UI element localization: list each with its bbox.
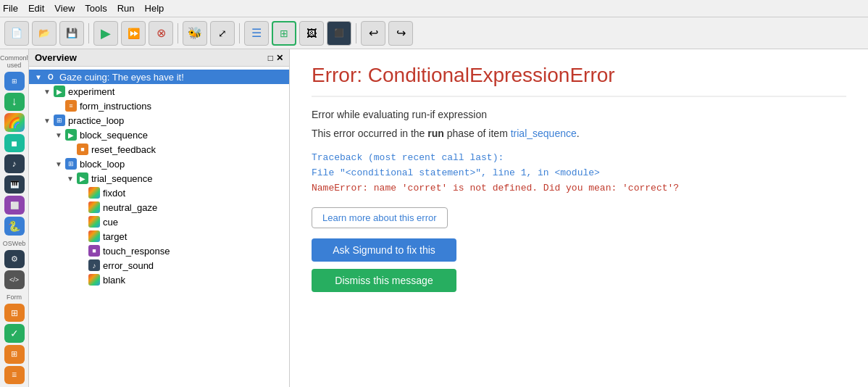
overview-tree: ▼ O Gaze cuing: The eyes have it! ▼ ▶ ex…: [29, 67, 289, 387]
error-phase: This error occurred in the run phase of …: [312, 128, 846, 139]
tree-item-cue[interactable]: cue: [29, 215, 289, 229]
image-view-button[interactable]: 🖼: [299, 21, 324, 46]
fullscreen-button[interactable]: ⤢: [210, 21, 235, 46]
form-icon-sidebar[interactable]: ⊞: [4, 304, 25, 322]
tree-label-practice-loop: practice_loop: [68, 115, 124, 126]
menu-run[interactable]: Run: [117, 3, 135, 14]
loop-sidebar-icon[interactable]: ⊞: [4, 72, 25, 91]
menu-view[interactable]: View: [54, 3, 75, 14]
tree-item-fixdot[interactable]: fixdot: [29, 186, 289, 200]
gradient-sidebar-icon[interactable]: ■: [4, 134, 25, 153]
abort-button[interactable]: ⊗: [149, 21, 173, 46]
python-sidebar-icon[interactable]: 🐍: [4, 217, 25, 236]
tree-item-blank[interactable]: blank: [29, 272, 289, 287]
error-phase-suffix: phase of item: [444, 128, 511, 139]
grid-view-button[interactable]: ⊞: [272, 21, 296, 46]
error-phase-bold: run: [427, 128, 444, 139]
web-sidebar-icon[interactable]: ⚙: [4, 250, 25, 269]
toggle-practice-loop[interactable]: ▼: [43, 117, 52, 125]
commonly-used-label: Commonly used: [0, 54, 28, 69]
code-sidebar-icon[interactable]: </>: [4, 270, 25, 289]
tree-item-block-sequence[interactable]: ▼ ▶ block_sequence: [29, 128, 289, 142]
device-sidebar-icon[interactable]: ⬜: [4, 196, 25, 215]
toggle-root[interactable]: ▼: [35, 73, 43, 81]
osweb-label: OSWeb: [0, 240, 28, 247]
icon-sidebar: Commonly used ⊞ ↓ 🌈 ■ ♪ 🎹 ⬜ 🐍 OSWeb ⚙ </…: [0, 49, 29, 387]
tree-label-reset-feedback: reset_feedback: [91, 144, 156, 155]
tree-item-root[interactable]: ▼ O Gaze cuing: The eyes have it!: [29, 70, 289, 84]
main-layout: Commonly used ⊞ ↓ 🌈 ■ ♪ 🎹 ⬜ 🐍 OSWeb ⚙ </…: [0, 49, 868, 387]
tree-label-block-loop: block_loop: [80, 159, 125, 170]
music-sidebar-icon[interactable]: ♪: [4, 154, 25, 173]
overview-header: Overview □ ✕: [29, 49, 289, 67]
traceback-header: Traceback (most recent call last):: [312, 151, 846, 166]
blank-icon: [88, 274, 100, 286]
tree-label-touch-response: touch_response: [103, 246, 170, 257]
tree-label-block-sequence: block_sequence: [80, 130, 148, 141]
form2-sidebar-icon[interactable]: ⊞: [4, 345, 25, 364]
menu-file[interactable]: File: [3, 3, 18, 14]
toggle-block-sequence[interactable]: ▼: [55, 131, 64, 139]
toolbar-separator-3: [239, 23, 240, 43]
run-button[interactable]: ▶: [93, 21, 118, 46]
toolbar: 📄 📂 💾 ▶ ⏩ ⊗ 🐝 ⤢ ☰ ⊞ 🖼 ⬛ ↩ ↪: [0, 17, 868, 49]
error-title: Error: ConditionalExpressionError: [312, 64, 846, 97]
run-fast-button[interactable]: ⏩: [121, 21, 146, 46]
download-sidebar-icon[interactable]: ↓: [4, 93, 25, 112]
tree-label-form-instructions: form_instructions: [80, 101, 151, 112]
tree-item-error-sound[interactable]: ♪ error_sound: [29, 258, 289, 272]
tree-item-trial-sequence[interactable]: ▼ ▶ trial_sequence: [29, 171, 289, 186]
content-area: Error: ConditionalExpressionError Error …: [290, 49, 868, 387]
rainbow-sidebar-icon[interactable]: 🌈: [4, 113, 25, 132]
tree-item-practice-loop[interactable]: ▼ ⊞ practice_loop: [29, 113, 289, 128]
toggle-trial-sequence[interactable]: ▼: [67, 175, 75, 183]
toggle-reset-feedback: [67, 146, 75, 154]
close-overview-icon[interactable]: ✕: [276, 53, 283, 63]
save-button[interactable]: 💾: [59, 21, 84, 46]
tree-item-touch-response[interactable]: ■ touch_response: [29, 244, 289, 258]
terminal-button[interactable]: ⬛: [327, 21, 351, 46]
menu-tools[interactable]: Tools: [85, 3, 107, 14]
menu-help[interactable]: Help: [145, 3, 164, 14]
toggle-block-loop[interactable]: ▼: [55, 160, 64, 168]
tree-label-cue: cue: [103, 217, 118, 228]
target-icon: [88, 230, 100, 242]
tree-item-experiment[interactable]: ▼ ▶ experiment: [29, 84, 289, 99]
open-button[interactable]: 📂: [32, 21, 57, 46]
minimize-icon[interactable]: □: [268, 53, 273, 63]
piano-sidebar-icon[interactable]: 🎹: [4, 175, 25, 194]
trial-sequence-link[interactable]: trial_sequence: [511, 128, 577, 139]
tree-item-reset-feedback[interactable]: ■ reset_feedback: [29, 142, 289, 157]
trial-sequence-icon: ▶: [77, 172, 88, 184]
tree-label-neutral-gaze: neutral_gaze: [103, 202, 157, 213]
list-view-button[interactable]: ☰: [244, 21, 269, 46]
menu-edit[interactable]: Edit: [28, 3, 44, 14]
practice-loop-icon: ⊞: [54, 115, 65, 126]
ask-sigmund-button[interactable]: Ask Sigmund to fix this: [312, 238, 456, 262]
opensesame-button[interactable]: 🐝: [183, 21, 207, 46]
new-button[interactable]: 📄: [4, 21, 29, 46]
redo-button[interactable]: ↪: [388, 21, 413, 46]
experiment-icon: ▶: [54, 86, 65, 97]
overview-title: Overview: [35, 52, 77, 63]
tree-item-target[interactable]: target: [29, 229, 289, 244]
toggle-target: [78, 233, 87, 241]
list-sidebar-icon[interactable]: ≡: [4, 366, 25, 385]
overview-panel: Overview □ ✕ ▼ O Gaze cuing: The eyes ha…: [29, 49, 290, 387]
tree-item-block-loop[interactable]: ▼ ⊞ block_loop: [29, 157, 289, 171]
learn-more-button[interactable]: Learn more about this error: [312, 207, 448, 228]
tree-item-form-instructions[interactable]: ≡ form_instructions: [29, 99, 289, 113]
undo-button[interactable]: ↩: [361, 21, 385, 46]
traceback-line1: File "<conditional statement>", line 1, …: [312, 166, 846, 181]
toolbar-separator-1: [88, 23, 89, 43]
tree-label-root: Gaze cuing: The eyes have it!: [59, 72, 184, 83]
block-loop-icon: ⊞: [65, 158, 77, 170]
toggle-experiment[interactable]: ▼: [43, 88, 52, 96]
toggle-form-instructions: [55, 102, 64, 110]
error-phase-end: .: [577, 128, 580, 139]
tree-item-neutral-gaze[interactable]: neutral_gaze: [29, 200, 289, 215]
tree-label-trial-sequence: trial_sequence: [91, 173, 153, 184]
traceback: Traceback (most recent call last): File …: [312, 151, 846, 196]
check-sidebar-icon[interactable]: ✓: [4, 324, 25, 343]
dismiss-button[interactable]: Dismiss this message: [312, 269, 456, 292]
